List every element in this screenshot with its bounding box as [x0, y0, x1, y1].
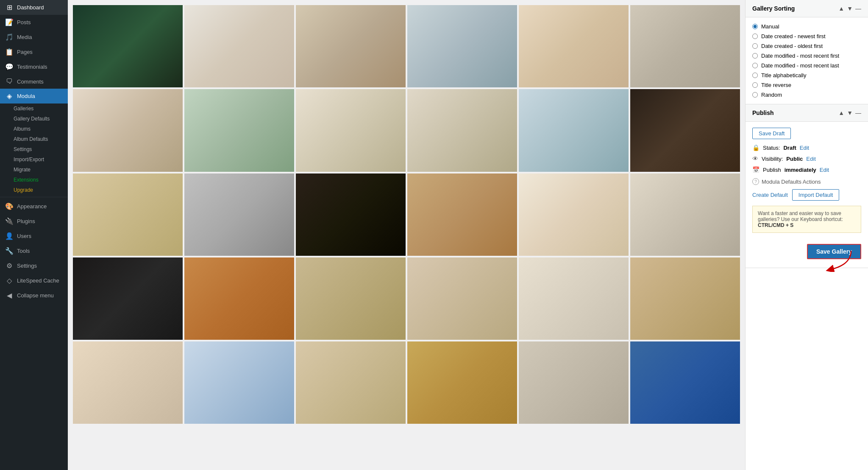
sidebar-item-appearance[interactable]: 🎨 Appearance [0, 199, 68, 214]
status-edit-link[interactable]: Edit [800, 145, 809, 151]
sidebar-item-posts[interactable]: 📝 Posts [0, 15, 68, 30]
sidebar-sub-upgrade[interactable]: Upgrade [0, 185, 68, 195]
chevron-up-icon[interactable]: ▲ [838, 5, 844, 12]
chevron-down-icon[interactable]: ▼ [847, 109, 853, 116]
sidebar-sub-import-export[interactable]: Import/Export [0, 154, 68, 165]
sort-date-oldest[interactable]: Date created - oldest first [752, 43, 861, 49]
sort-date-oldest-radio[interactable] [752, 43, 758, 49]
main-content [68, 0, 745, 470]
sidebar-item-comments[interactable]: 🗨 Comments [0, 74, 68, 89]
sidebar-item-settings[interactable]: ⚙ Settings [0, 258, 68, 273]
sort-title-reverse[interactable]: Title reverse [752, 82, 861, 88]
gallery-item-26[interactable] [184, 341, 294, 424]
gallery-item-21[interactable] [296, 257, 406, 340]
sidebar-item-pages[interactable]: 📋 Pages [0, 45, 68, 59]
gallery-item-29[interactable] [519, 341, 629, 424]
sort-date-newest-label: Date created - newest first [761, 33, 826, 39]
status-icon: 🔒 [752, 144, 760, 151]
sort-date-newest[interactable]: Date created - newest first [752, 33, 861, 39]
gallery-item-28[interactable] [407, 341, 517, 424]
gallery-sorting-section: Gallery Sorting ▲ ▼ — Manual Date create… [746, 0, 868, 104]
gallery-item-25[interactable] [73, 341, 183, 424]
sidebar-item-testimonials[interactable]: 💬 Testimonials [0, 59, 68, 74]
sort-modified-last[interactable]: Date modified - most recent last [752, 62, 861, 69]
sort-title-reverse-radio[interactable] [752, 82, 758, 88]
close-icon[interactable]: — [855, 5, 861, 12]
save-draft-button[interactable]: Save Draft [752, 128, 791, 139]
sidebar-item-dashboard[interactable]: ⊞ Dashboard [0, 0, 68, 15]
sidebar-item-tools[interactable]: 🔧 Tools [0, 243, 68, 258]
media-icon: 🎵 [5, 33, 14, 41]
sort-date-newest-radio[interactable] [752, 34, 758, 39]
sort-random[interactable]: Random [752, 92, 861, 98]
sort-random-radio[interactable] [752, 92, 758, 98]
help-icon[interactable]: ? [752, 178, 759, 185]
gallery-item-19[interactable] [73, 257, 183, 340]
gallery-item-18[interactable] [630, 173, 740, 256]
gallery-item-11[interactable] [519, 89, 629, 171]
modula-defaults-text: Modula Defaults Actions [762, 179, 821, 185]
gallery-item-20[interactable] [184, 257, 294, 340]
gallery-item-13[interactable] [73, 173, 183, 256]
sidebar-item-label: Collapse menu [17, 292, 54, 299]
gallery-item-4[interactable] [407, 5, 517, 87]
settings-icon: ⚙ [5, 262, 14, 270]
sidebar-collapse-menu[interactable]: ◀ Collapse menu [0, 288, 68, 303]
sidebar-sub-migrate[interactable]: Migrate [0, 165, 68, 175]
gallery-item-27[interactable] [296, 341, 406, 424]
gallery-item-2[interactable] [184, 5, 294, 87]
sidebar-item-users[interactable]: 👤 Users [0, 229, 68, 243]
sort-modified-recent-radio[interactable] [752, 53, 758, 59]
gallery-item-17[interactable] [519, 173, 629, 256]
close-icon[interactable]: — [855, 109, 861, 116]
gallery-item-3[interactable] [296, 5, 406, 87]
gallery-item-14[interactable] [184, 173, 294, 256]
sort-manual[interactable]: Manual [752, 23, 861, 30]
visibility-edit-link[interactable]: Edit [806, 156, 815, 162]
gallery-item-5[interactable] [519, 5, 629, 87]
publish-edit-link[interactable]: Edit [820, 167, 829, 173]
sort-modified-recent[interactable]: Date modified - most recent first [752, 53, 861, 59]
sidebar-item-modula[interactable]: ◈ Modula [0, 89, 68, 104]
gallery-sorting-content: Manual Date created - newest first Date … [746, 17, 868, 104]
sort-modified-last-radio[interactable] [752, 63, 758, 68]
sidebar-sub-album-defaults[interactable]: Album Defaults [0, 134, 68, 144]
sort-manual-radio[interactable] [752, 24, 758, 29]
sidebar-divider [0, 197, 68, 197]
gallery-item-15[interactable] [296, 173, 406, 256]
gallery-item-10[interactable] [407, 89, 517, 171]
publish-meta: 🔒 Status: Draft Edit 👁 Visibility: Publi… [752, 144, 861, 173]
header-controls: ▲ ▼ — [838, 5, 861, 12]
gallery-item-6[interactable] [630, 5, 740, 87]
chevron-up-icon[interactable]: ▲ [838, 109, 844, 116]
testimonials-icon: 💬 [5, 63, 14, 71]
sidebar-item-label: Comments [17, 78, 44, 85]
sidebar-sub-albums[interactable]: Albums [0, 124, 68, 134]
sidebar-sub-galleries[interactable]: Galleries [0, 104, 68, 114]
sort-title-alpha-radio[interactable] [752, 73, 758, 78]
status-value: Draft [783, 145, 796, 151]
create-default-button[interactable]: Create Default [752, 192, 788, 198]
visibility-value: Public [786, 156, 803, 162]
gallery-item-7[interactable] [73, 89, 183, 171]
gallery-item-1[interactable] [73, 5, 183, 87]
gallery-item-22[interactable] [407, 257, 517, 340]
gallery-item-16[interactable] [407, 173, 517, 256]
sidebar-sub-gallery-defaults[interactable]: Gallery Defaults [0, 114, 68, 124]
sidebar-item-plugins[interactable]: 🔌 Plugins [0, 214, 68, 229]
import-default-button[interactable]: Import Default [792, 189, 840, 201]
gallery-item-30[interactable] [630, 341, 740, 424]
gallery-item-9[interactable] [296, 89, 406, 171]
sidebar-sub-settings[interactable]: Settings [0, 144, 68, 154]
sidebar-item-litespeed[interactable]: ◇ LiteSpeed Cache [0, 273, 68, 288]
gallery-item-24[interactable] [630, 257, 740, 340]
posts-icon: 📝 [5, 18, 14, 26]
gallery-item-8[interactable] [184, 89, 294, 171]
sidebar-item-media[interactable]: 🎵 Media [0, 30, 68, 45]
chevron-down-icon[interactable]: ▼ [847, 5, 853, 12]
gallery-item-12[interactable] [630, 89, 740, 171]
sort-title-alpha[interactable]: Title alphabetically [752, 72, 861, 78]
sidebar-item-label: Modula [17, 93, 35, 99]
sidebar-sub-extensions[interactable]: Extensions [0, 175, 68, 185]
gallery-item-23[interactable] [519, 257, 629, 340]
